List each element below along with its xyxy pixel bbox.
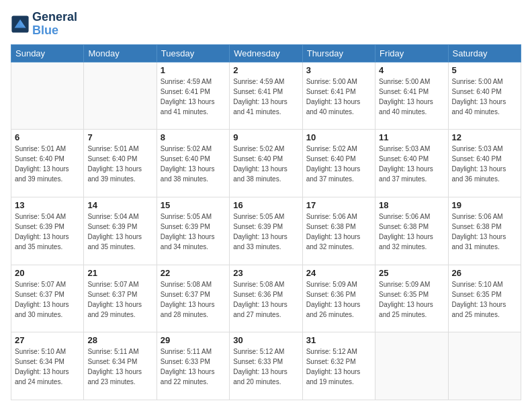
day-number: 29 [161,335,226,345]
calendar-cell [84,62,157,130]
calendar-cell: 1Sunrise: 4:59 AM Sunset: 6:41 PM Daylig… [157,62,229,130]
day-info: Sunrise: 5:00 AM Sunset: 6:41 PM Dayligh… [379,77,444,117]
header: General Blue [11,11,521,38]
day-number: 13 [15,200,80,210]
day-info: Sunrise: 5:07 AM Sunset: 6:37 PM Dayligh… [87,279,152,320]
day-number: 1 [161,65,226,75]
weekday-header: Friday [375,44,448,62]
weekday-header: Wednesday [230,44,302,62]
calendar-cell: 10Sunrise: 5:02 AM Sunset: 6:40 PM Dayli… [302,130,375,197]
calendar-cell: 13Sunrise: 5:04 AM Sunset: 6:39 PM Dayli… [11,197,84,265]
day-info: Sunrise: 5:00 AM Sunset: 6:41 PM Dayligh… [306,77,371,117]
day-info: Sunrise: 5:12 AM Sunset: 6:32 PM Dayligh… [306,347,371,387]
day-number: 6 [15,132,80,142]
day-info: Sunrise: 5:06 AM Sunset: 6:38 PM Dayligh… [379,212,444,252]
calendar-cell: 23Sunrise: 5:08 AM Sunset: 6:36 PM Dayli… [230,265,302,332]
day-info: Sunrise: 5:02 AM Sunset: 6:40 PM Dayligh… [161,144,226,184]
day-info: Sunrise: 5:08 AM Sunset: 6:36 PM Dayligh… [233,279,298,320]
day-info: Sunrise: 5:11 AM Sunset: 6:33 PM Dayligh… [161,347,226,387]
day-number: 24 [306,268,371,278]
day-number: 27 [15,335,80,345]
day-info: Sunrise: 5:05 AM Sunset: 6:39 PM Dayligh… [233,212,298,252]
calendar-cell: 29Sunrise: 5:11 AM Sunset: 6:33 PM Dayli… [157,332,229,400]
day-info: Sunrise: 5:00 AM Sunset: 6:40 PM Dayligh… [452,77,517,117]
day-number: 31 [306,335,371,345]
day-number: 2 [233,65,298,75]
calendar-cell: 14Sunrise: 5:04 AM Sunset: 6:39 PM Dayli… [84,197,157,265]
day-info: Sunrise: 5:04 AM Sunset: 6:39 PM Dayligh… [87,212,152,252]
calendar-cell: 21Sunrise: 5:07 AM Sunset: 6:37 PM Dayli… [84,265,157,332]
day-info: Sunrise: 5:04 AM Sunset: 6:39 PM Dayligh… [15,212,80,252]
logo-text: General Blue [32,11,77,38]
day-number: 26 [452,268,517,278]
day-number: 19 [452,200,517,210]
calendar-cell: 18Sunrise: 5:06 AM Sunset: 6:38 PM Dayli… [375,197,448,265]
calendar-cell: 4Sunrise: 5:00 AM Sunset: 6:41 PM Daylig… [375,62,448,130]
day-info: Sunrise: 5:09 AM Sunset: 6:35 PM Dayligh… [379,279,444,320]
calendar-cell: 8Sunrise: 5:02 AM Sunset: 6:40 PM Daylig… [157,130,229,197]
calendar-cell: 20Sunrise: 5:07 AM Sunset: 6:37 PM Dayli… [11,265,84,332]
day-info: Sunrise: 5:05 AM Sunset: 6:39 PM Dayligh… [161,212,226,252]
calendar-cell: 12Sunrise: 5:03 AM Sunset: 6:40 PM Dayli… [448,130,521,197]
day-number: 8 [161,132,226,142]
day-info: Sunrise: 5:09 AM Sunset: 6:36 PM Dayligh… [306,279,371,320]
day-number: 16 [233,200,298,210]
day-number: 25 [379,268,444,278]
weekday-header: Sunday [11,44,84,62]
day-number: 23 [233,268,298,278]
day-number: 17 [306,200,371,210]
calendar-cell: 5Sunrise: 5:00 AM Sunset: 6:40 PM Daylig… [448,62,521,130]
day-info: Sunrise: 5:10 AM Sunset: 6:35 PM Dayligh… [452,279,517,320]
day-number: 20 [15,268,80,278]
day-number: 21 [87,268,152,278]
calendar-cell [11,62,84,130]
calendar-cell: 28Sunrise: 5:11 AM Sunset: 6:34 PM Dayli… [84,332,157,400]
day-number: 5 [452,65,517,75]
day-number: 7 [87,132,152,142]
day-info: Sunrise: 5:08 AM Sunset: 6:37 PM Dayligh… [161,279,226,320]
day-info: Sunrise: 4:59 AM Sunset: 6:41 PM Dayligh… [161,77,226,117]
day-info: Sunrise: 5:02 AM Sunset: 6:40 PM Dayligh… [306,144,371,184]
day-info: Sunrise: 5:11 AM Sunset: 6:34 PM Dayligh… [87,347,152,387]
day-info: Sunrise: 5:06 AM Sunset: 6:38 PM Dayligh… [306,212,371,252]
calendar-cell: 17Sunrise: 5:06 AM Sunset: 6:38 PM Dayli… [302,197,375,265]
calendar-cell [448,332,521,400]
calendar-cell: 25Sunrise: 5:09 AM Sunset: 6:35 PM Dayli… [375,265,448,332]
calendar-cell: 15Sunrise: 5:05 AM Sunset: 6:39 PM Dayli… [157,197,229,265]
day-number: 14 [87,200,152,210]
day-info: Sunrise: 4:59 AM Sunset: 6:41 PM Dayligh… [233,77,298,117]
day-number: 12 [452,132,517,142]
calendar-cell: 16Sunrise: 5:05 AM Sunset: 6:39 PM Dayli… [230,197,302,265]
page: General Blue SundayMondayTuesdayWednesda… [0,0,532,411]
calendar-cell: 2Sunrise: 4:59 AM Sunset: 6:41 PM Daylig… [230,62,302,130]
logo-icon [11,15,30,34]
calendar-cell: 7Sunrise: 5:01 AM Sunset: 6:40 PM Daylig… [84,130,157,197]
calendar-cell: 22Sunrise: 5:08 AM Sunset: 6:37 PM Dayli… [157,265,229,332]
day-number: 30 [233,335,298,345]
calendar-cell: 11Sunrise: 5:03 AM Sunset: 6:40 PM Dayli… [375,130,448,197]
day-number: 11 [379,132,444,142]
calendar-cell: 6Sunrise: 5:01 AM Sunset: 6:40 PM Daylig… [11,130,84,197]
day-number: 10 [306,132,371,142]
calendar-cell: 19Sunrise: 5:06 AM Sunset: 6:38 PM Dayli… [448,197,521,265]
day-number: 9 [233,132,298,142]
calendar-cell: 30Sunrise: 5:12 AM Sunset: 6:33 PM Dayli… [230,332,302,400]
day-info: Sunrise: 5:01 AM Sunset: 6:40 PM Dayligh… [15,144,80,184]
day-info: Sunrise: 5:03 AM Sunset: 6:40 PM Dayligh… [452,144,517,184]
day-number: 15 [161,200,226,210]
weekday-header: Monday [84,44,157,62]
logo: General Blue [11,11,77,38]
day-info: Sunrise: 5:01 AM Sunset: 6:40 PM Dayligh… [87,144,152,184]
day-number: 3 [306,65,371,75]
weekday-header: Thursday [302,44,375,62]
weekday-header: Saturday [448,44,521,62]
calendar-cell: 26Sunrise: 5:10 AM Sunset: 6:35 PM Dayli… [448,265,521,332]
day-info: Sunrise: 5:10 AM Sunset: 6:34 PM Dayligh… [15,347,80,387]
calendar-cell: 9Sunrise: 5:02 AM Sunset: 6:40 PM Daylig… [230,130,302,197]
day-info: Sunrise: 5:06 AM Sunset: 6:38 PM Dayligh… [452,212,517,252]
calendar-cell: 31Sunrise: 5:12 AM Sunset: 6:32 PM Dayli… [302,332,375,400]
calendar-cell: 3Sunrise: 5:00 AM Sunset: 6:41 PM Daylig… [302,62,375,130]
calendar-cell [375,332,448,400]
day-number: 22 [161,268,226,278]
day-info: Sunrise: 5:03 AM Sunset: 6:40 PM Dayligh… [379,144,444,184]
